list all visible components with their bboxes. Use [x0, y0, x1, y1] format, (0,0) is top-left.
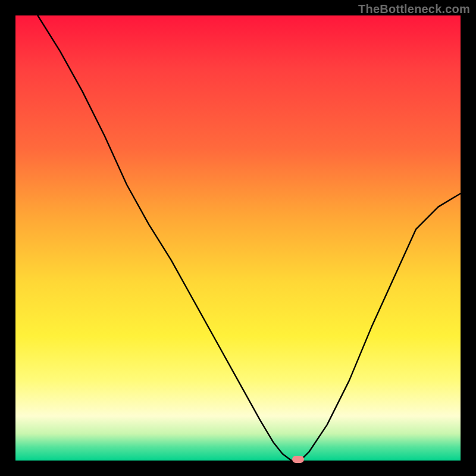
watermark-text: TheBottleneck.com — [358, 2, 470, 16]
chart-gradient-background — [15, 15, 461, 461]
bottleneck-chart-canvas: TheBottleneck.com — [0, 0, 476, 476]
valley-marker — [292, 456, 304, 463]
chart-frame — [0, 0, 476, 476]
